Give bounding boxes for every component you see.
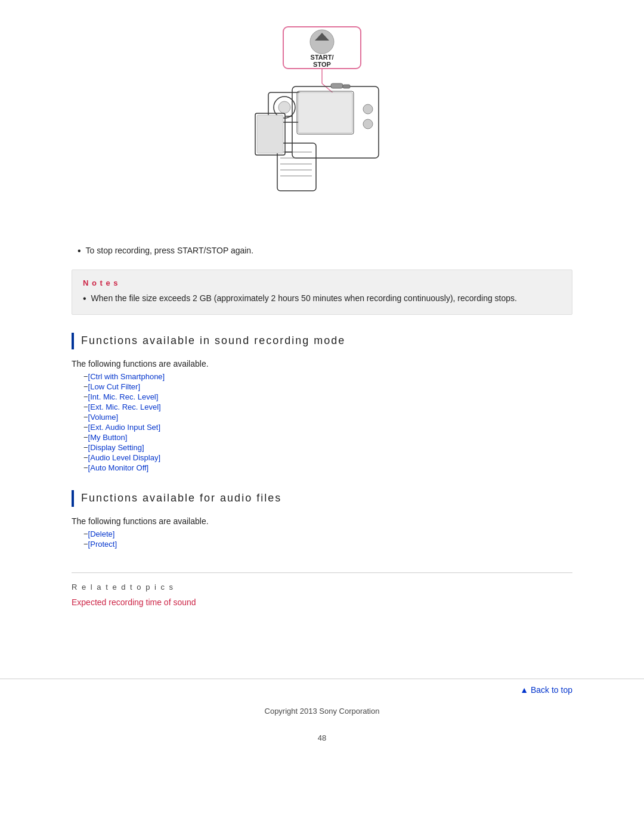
camera-diagram-svg: START/ STOP (233, 24, 411, 227)
bullet-text: To stop recording, press START/STOP agai… (86, 244, 253, 257)
svg-text:STOP: STOP (313, 61, 331, 68)
section1-functions-list: − [Ctrl with Smartphone] − [Low Cut Filt… (72, 372, 572, 472)
svg-rect-12 (298, 92, 352, 133)
svg-rect-25 (331, 83, 343, 88)
function-item-low-cut: − [Low Cut Filter] (72, 382, 572, 391)
function-item-display-setting: − [Display Setting] (72, 443, 572, 452)
function-link-auto-monitor[interactable]: [Auto Monitor Off] (88, 463, 149, 472)
notes-box: N o t e s • When the file size exceeds 2… (72, 270, 572, 314)
section1-intro: The following functions are available. (72, 359, 572, 368)
function-link-low-cut[interactable]: [Low Cut Filter] (88, 382, 140, 391)
svg-rect-26 (343, 85, 350, 88)
function-item-audio-level: − [Audio Level Display] (72, 453, 572, 462)
page-number: 48 (0, 721, 644, 754)
section2-bar (72, 490, 74, 507)
related-section: R e l a t e d t o p i c s Expected recor… (72, 572, 572, 607)
section2-heading: Functions available for audio files (72, 490, 572, 507)
camera-diagram-container: START/ STOP (72, 24, 572, 227)
function-item-ext-audio: − [Ext. Audio Input Set] (72, 423, 572, 432)
content-area: START/ STOP (0, 0, 644, 667)
function-item-volume: − [Volume] (72, 413, 572, 422)
back-to-top-bar: ▲ Back to top (0, 679, 644, 701)
svg-point-14 (363, 119, 373, 129)
bullet-dot: • (78, 244, 81, 258)
function-link-audio-level[interactable]: [Audio Level Display] (88, 453, 160, 462)
function-link-display-setting[interactable]: [Display Setting] (88, 443, 144, 452)
svg-point-13 (363, 104, 373, 114)
notes-text: When the file size exceeds 2 GB (approxi… (91, 292, 517, 305)
bullet-section: • To stop recording, press START/STOP ag… (72, 244, 572, 258)
function-link-ext-audio[interactable]: [Ext. Audio Input Set] (88, 423, 160, 432)
function-item-protect: − [Protect] (72, 540, 572, 549)
svg-rect-22 (257, 115, 283, 153)
function-link-protect[interactable]: [Protect] (88, 540, 117, 549)
function-link-int-mic[interactable]: [Int. Mic. Rec. Level] (88, 392, 159, 401)
function-item-ext-mic: − [Ext. Mic. Rec. Level] (72, 402, 572, 411)
function-link-ctrl-smartphone[interactable]: [Ctrl with Smartphone] (88, 372, 165, 381)
function-link-delete[interactable]: [Delete] (88, 529, 115, 538)
function-item-my-button: − [My Button] (72, 433, 572, 442)
function-item-auto-monitor: − [Auto Monitor Off] (72, 463, 572, 472)
function-link-volume[interactable]: [Volume] (88, 413, 119, 422)
bullet-item: • To stop recording, press START/STOP ag… (72, 244, 572, 258)
function-item-delete: − [Delete] (72, 529, 572, 538)
function-link-ext-mic[interactable]: [Ext. Mic. Rec. Level] (88, 402, 161, 411)
section1-bar (72, 333, 74, 349)
function-link-my-button[interactable]: [My Button] (88, 433, 128, 442)
page-container: START/ STOP (0, 0, 644, 833)
section1-heading: Functions available in sound recording m… (72, 333, 572, 349)
related-title: R e l a t e d t o p i c s (72, 583, 572, 592)
function-item-int-mic: − [Int. Mic. Rec. Level] (72, 392, 572, 401)
section2-title: Functions available for audio files (81, 492, 281, 504)
footer: Copyright 2013 Sony Corporation (0, 701, 644, 721)
copyright-text: Copyright 2013 Sony Corporation (265, 707, 380, 716)
notes-bullet: • (83, 292, 86, 305)
section2-intro: The following functions are available. (72, 516, 572, 526)
svg-point-9 (278, 101, 290, 113)
notes-title: N o t e s (83, 278, 561, 287)
section2-functions-list: − [Delete] − [Protect] (72, 529, 572, 549)
svg-text:START/: START/ (311, 54, 334, 61)
function-item-ctrl-smartphone: − [Ctrl with Smartphone] (72, 372, 572, 381)
related-link-expected-recording[interactable]: Expected recording time of sound (72, 597, 196, 607)
notes-item: • When the file size exceeds 2 GB (appro… (83, 292, 561, 305)
section1-title: Functions available in sound recording m… (81, 335, 345, 347)
back-to-top-link[interactable]: ▲ Back to top (520, 685, 572, 695)
